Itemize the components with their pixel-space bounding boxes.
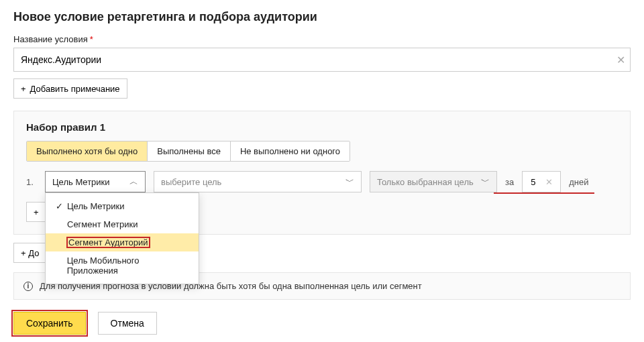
source-option-mobile-app-goal[interactable]: Цель Мобильного Приложения xyxy=(46,251,199,280)
add-ruleset-button[interactable]: + До xyxy=(13,243,46,263)
ruleset-title: Набор правил 1 xyxy=(26,121,618,133)
save-button[interactable]: Сохранить xyxy=(13,312,86,335)
source-option-metric-goal[interactable]: ✓ Цель Метрики xyxy=(46,197,199,215)
goal-select[interactable]: выберите цель ﹀ xyxy=(154,171,362,192)
chevron-down-icon: ﹀ xyxy=(345,176,354,188)
condition-name-input[interactable] xyxy=(13,48,631,72)
days-input[interactable] xyxy=(529,176,545,188)
source-option-metric-segment[interactable]: Сегмент Метрики xyxy=(46,215,199,233)
rule-number: 1. xyxy=(26,177,37,187)
cancel-button[interactable]: Отмена xyxy=(98,312,157,335)
days-suffix: дней xyxy=(569,177,588,187)
check-icon: ✓ xyxy=(54,201,64,211)
required-asterisk: * xyxy=(90,34,93,44)
days-prefix: за xyxy=(505,177,514,187)
scope-select: Только выбранная цель ﹀ xyxy=(370,171,497,192)
mode-any-button[interactable]: Выполнено хотя бы одно xyxy=(27,141,148,161)
mode-all-button[interactable]: Выполнены все xyxy=(148,141,231,161)
add-note-button[interactable]: + Добавить примечание xyxy=(13,78,127,99)
days-input-wrap: ✕ xyxy=(522,171,561,192)
clear-days-icon[interactable]: ✕ xyxy=(545,177,553,187)
name-label: Название условия* xyxy=(13,34,631,44)
add-rule-button[interactable]: + xyxy=(26,202,46,222)
mode-none-button[interactable]: Не выполнено ни одного xyxy=(231,141,350,161)
mode-segmented-control: Выполнено хотя бы одно Выполнены все Не … xyxy=(26,141,350,162)
source-select[interactable]: Цель Метрики ︿ xyxy=(45,171,146,192)
validation-underline xyxy=(494,192,594,194)
ruleset-panel: Набор правил 1 Выполнено хотя бы одно Вы… xyxy=(13,111,631,235)
chevron-down-icon: ﹀ xyxy=(481,176,490,188)
source-dropdown: ✓ Цель Метрики Сегмент Метрики Сегмент А… xyxy=(45,192,199,284)
clear-name-icon[interactable]: ✕ xyxy=(616,54,625,66)
plus-icon: + xyxy=(21,84,26,94)
chevron-up-icon: ︿ xyxy=(129,176,138,188)
info-icon: i xyxy=(23,282,33,291)
rule-row: 1. Цель Метрики ︿ ✓ Цель Метрики Сегмент… xyxy=(26,171,618,192)
page-title: Новое условие ретаргетинга и подбора ауд… xyxy=(13,10,631,24)
footer-actions: Сохранить Отмена xyxy=(13,312,631,335)
source-option-audience-segment[interactable]: Сегмент Аудиторий xyxy=(46,233,199,251)
